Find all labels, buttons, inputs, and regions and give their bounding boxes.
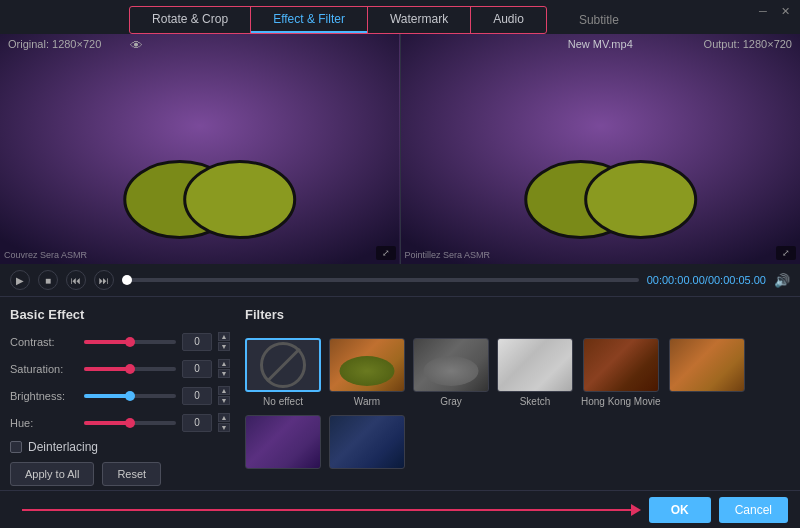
filter-sketch[interactable]: Sketch: [497, 338, 573, 407]
right-watermark: Pointillez Sera ASMR: [405, 250, 491, 260]
left-expand-btn[interactable]: ⤢: [376, 246, 396, 260]
close-button[interactable]: ✕: [778, 4, 792, 18]
original-label: Original: 1280×720: [8, 38, 101, 50]
contrast-slider[interactable]: [84, 340, 176, 344]
contrast-label: Contrast:: [10, 336, 78, 348]
brightness-label: Brightness:: [10, 390, 78, 402]
preview-panel-output: New MV.mp4 Output: 1280×720 Pointillez S…: [401, 34, 801, 264]
effect-panel: Basic Effect Contrast: 0 ▲ ▼ Saturation:: [10, 307, 230, 489]
filter-thumb-r4: [329, 415, 405, 469]
hue-down[interactable]: ▼: [218, 423, 230, 432]
cancel-button[interactable]: Cancel: [719, 497, 788, 523]
hue-up[interactable]: ▲: [218, 413, 230, 422]
right-expand-btn[interactable]: ⤢: [776, 246, 796, 260]
next-frame-button[interactable]: ⏭: [94, 270, 114, 290]
tab-bar: Rotate & Crop Effect & Filter Watermark …: [0, 0, 800, 34]
filter-thumb-no-effect: [245, 338, 321, 392]
brightness-row: Brightness: 0 ▲ ▼: [10, 386, 230, 405]
filter-thumb-sketch: [497, 338, 573, 392]
progress-bar[interactable]: [122, 278, 639, 282]
saturation-spinners: ▲ ▼: [218, 359, 230, 378]
deinterlacing-label: Deinterlacing: [28, 440, 98, 454]
saturation-label: Saturation:: [10, 363, 78, 375]
filters-title: Filters: [245, 307, 790, 322]
reset-button[interactable]: Reset: [102, 462, 161, 486]
hue-row: Hue: 0 ▲ ▼: [10, 413, 230, 432]
arrow-head: [631, 504, 641, 516]
saturation-value: 0: [182, 360, 212, 378]
original-video-frame: [0, 34, 400, 264]
filter-label-no-effect: No effect: [263, 396, 303, 407]
preview-area: Original: 1280×720 👁: [0, 34, 800, 264]
filter-r2[interactable]: [669, 338, 745, 407]
output-video-frame: [401, 34, 801, 264]
brightness-slider[interactable]: [84, 394, 176, 398]
contrast-down[interactable]: ▼: [218, 342, 230, 351]
action-buttons: Apply to All Reset: [10, 462, 230, 486]
saturation-down[interactable]: ▼: [218, 369, 230, 378]
total-time: 00:00:05.00: [708, 274, 766, 286]
stop-button[interactable]: ■: [38, 270, 58, 290]
svg-point-2: [185, 162, 295, 238]
tab-rotate-crop[interactable]: Rotate & Crop: [130, 7, 250, 33]
current-time: 00:00:00.00: [647, 274, 705, 286]
filter-label-hk: Hong Kong Movie: [581, 396, 661, 407]
output-label: Output: 1280×720: [704, 38, 792, 50]
contrast-row: Contrast: 0 ▲ ▼: [10, 332, 230, 351]
deinterlacing-checkbox[interactable]: [10, 441, 22, 453]
filter-no-effect[interactable]: No effect: [245, 338, 321, 407]
footer-arrow: [12, 504, 641, 516]
volume-icon[interactable]: 🔊: [774, 273, 790, 288]
filter-warm[interactable]: Warm: [329, 338, 405, 407]
tab-watermark[interactable]: Watermark: [368, 7, 470, 33]
contrast-value: 0: [182, 333, 212, 351]
preview-panel-original: Original: 1280×720 👁: [0, 34, 401, 264]
ok-button[interactable]: OK: [649, 497, 711, 523]
saturation-slider[interactable]: [84, 367, 176, 371]
hue-slider[interactable]: [84, 421, 176, 425]
deinterlacing-row: Deinterlacing: [10, 440, 230, 454]
contrast-up[interactable]: ▲: [218, 332, 230, 341]
tab-audio[interactable]: Audio: [471, 7, 546, 33]
arrow-line: [22, 509, 631, 511]
transport-bar: ▶ ■ ⏮ ⏭ 00:00:00.00/00:00:05.00 🔊: [0, 264, 800, 297]
progress-thumb[interactable]: [122, 275, 132, 285]
play-button[interactable]: ▶: [10, 270, 30, 290]
svg-point-6: [585, 162, 695, 238]
minimize-button[interactable]: ─: [756, 4, 770, 18]
brightness-up[interactable]: ▲: [218, 386, 230, 395]
bottom-section: Basic Effect Contrast: 0 ▲ ▼ Saturation:: [0, 297, 800, 499]
app-window: Rotate & Crop Effect & Filter Watermark …: [0, 0, 800, 528]
filter-r3[interactable]: [245, 415, 321, 473]
filter-thumb-warm: [329, 338, 405, 392]
contrast-spinners: ▲ ▼: [218, 332, 230, 351]
eye-icon[interactable]: 👁: [130, 38, 143, 53]
filters-scroll[interactable]: No effect Warm Gray Ske: [245, 332, 790, 473]
brightness-spinners: ▲ ▼: [218, 386, 230, 405]
filter-thumb-gray: [413, 338, 489, 392]
apply-all-button[interactable]: Apply to All: [10, 462, 94, 486]
svg-rect-3: [80, 46, 320, 173]
footer-bar: OK Cancel: [0, 490, 800, 528]
left-watermark: Couvrez Sera ASMR: [4, 250, 87, 260]
filter-r4[interactable]: [329, 415, 405, 473]
tab-subtitle[interactable]: Subtitle: [557, 8, 641, 32]
brightness-down[interactable]: ▼: [218, 396, 230, 405]
hue-value: 0: [182, 414, 212, 432]
saturation-row: Saturation: 0 ▲ ▼: [10, 359, 230, 378]
filter-thumb-hk: [583, 338, 659, 392]
filter-gray[interactable]: Gray: [413, 338, 489, 407]
effect-panel-title: Basic Effect: [10, 307, 230, 322]
filters-grid: No effect Warm Gray Ske: [245, 338, 790, 473]
filters-panel: Filters No effect Warm: [245, 307, 790, 489]
filter-hk[interactable]: Hong Kong Movie: [581, 338, 661, 407]
filter-label-gray: Gray: [440, 396, 462, 407]
tab-effect-filter[interactable]: Effect & Filter: [251, 7, 367, 33]
prev-frame-button[interactable]: ⏮: [66, 270, 86, 290]
filter-thumb-r2: [669, 338, 745, 392]
brightness-value: 0: [182, 387, 212, 405]
saturation-up[interactable]: ▲: [218, 359, 230, 368]
filter-label-sketch: Sketch: [520, 396, 551, 407]
filter-thumb-r3: [245, 415, 321, 469]
bordered-tab-group: Rotate & Crop Effect & Filter Watermark …: [129, 6, 547, 34]
